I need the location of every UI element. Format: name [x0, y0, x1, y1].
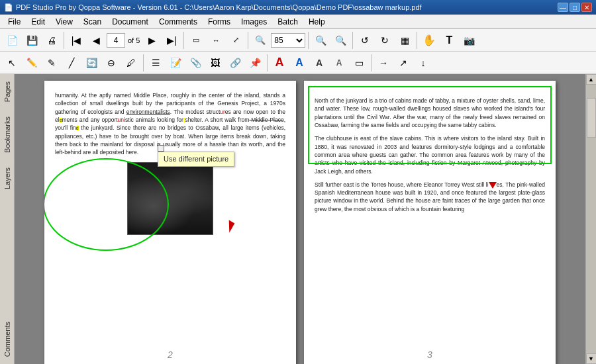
separator5 — [352, 32, 353, 49]
highlighted-text3: d — [76, 126, 79, 130]
page-right-para1: North of the junkyard is a trio of cabin… — [315, 97, 545, 129]
menubar: File Edit View Scan Document Comments Fo… — [0, 15, 596, 29]
separator6 — [417, 32, 417, 49]
scroll-thumb[interactable] — [587, 98, 596, 138]
scroll-down-button[interactable]: ▼ — [586, 353, 597, 364]
tooltip-box: Use different picture — [158, 152, 234, 167]
sidebar-tab-pages[interactable]: Pages — [1, 75, 14, 108]
menu-scan[interactable]: Scan — [78, 15, 107, 28]
first-page-button[interactable]: |◀ — [67, 31, 85, 50]
rotate-cw-button[interactable]: ↻ — [375, 31, 394, 50]
arrow-diag-btn[interactable]: ↗ — [394, 54, 413, 72]
sidebar-tab-bookmarks[interactable]: Bookmarks — [1, 111, 14, 159]
page-image — [127, 162, 213, 235]
app-icon: 📄 — [4, 3, 13, 12]
menu-batch[interactable]: Batch — [272, 15, 303, 28]
pencil-tool[interactable]: ✎ — [42, 54, 61, 72]
red-triangle-annotation — [489, 181, 497, 189]
image-container: Use different picture — [55, 162, 285, 235]
last-page-button[interactable]: ▶| — [162, 31, 181, 50]
actual-size-button[interactable]: ⤢ — [226, 31, 245, 50]
text-tool-button[interactable]: T — [440, 31, 458, 50]
search2-button[interactable]: 🔍 — [331, 31, 350, 50]
separator-t3 — [267, 54, 268, 71]
attachment-button[interactable]: 📎 — [186, 54, 205, 72]
highlighted-text2 — [183, 118, 185, 122]
sidebar-tab-layers[interactable]: Layers — [1, 161, 14, 195]
freehand-tool[interactable]: ✏️ — [23, 54, 41, 72]
menu-help[interactable]: Help — [303, 15, 330, 28]
scroll-track — [586, 85, 596, 353]
red-text-1: ur — [220, 109, 225, 115]
arrow-tool[interactable]: ↖ — [3, 54, 21, 72]
line-tool[interactable]: ╱ — [62, 54, 81, 72]
scroll-up-button[interactable]: ▲ — [586, 74, 597, 85]
text-color-a2[interactable]: A — [290, 54, 309, 72]
menu-document[interactable]: Document — [107, 15, 154, 28]
menu-images[interactable]: Images — [236, 15, 272, 28]
page-number-input[interactable] — [107, 33, 125, 48]
zoom-select[interactable]: 85 100 150 — [271, 33, 305, 48]
separator2 — [183, 32, 184, 49]
save-button[interactable]: 💾 — [23, 31, 41, 50]
zoom-out-button[interactable]: 🔍 — [251, 31, 270, 50]
titlebar: 📄 PDF Studio Pro by Qoppa Software - Ver… — [0, 0, 596, 15]
main-content: Pages Bookmarks Layers Comments humanity… — [0, 74, 596, 364]
new-button[interactable]: 📄 — [3, 31, 21, 50]
print-button[interactable]: 🖨 — [42, 31, 61, 50]
tooltip-text: Use different picture — [164, 155, 228, 163]
menu-forms[interactable]: Forms — [203, 15, 236, 28]
text-color-a4[interactable]: A — [330, 54, 348, 72]
pdf-page-right: North of the junkyard is a trio of cabin… — [304, 81, 556, 364]
fit-width-button[interactable]: ↔ — [207, 31, 225, 50]
note-button[interactable]: 📝 — [166, 54, 185, 72]
menu-edit[interactable]: Edit — [26, 15, 50, 28]
image-stamp-button[interactable]: 🖼 — [206, 54, 224, 72]
strikethrough-text: Middle Place — [249, 116, 283, 123]
separator4 — [308, 32, 309, 49]
link-button[interactable]: 🔗 — [226, 54, 244, 72]
menu-view[interactable]: View — [50, 15, 78, 28]
text-box-button[interactable]: ▭ — [350, 54, 368, 72]
text-align-button[interactable]: ☰ — [146, 54, 165, 72]
page-right-para2: The clubhouse is east of the slave cabin… — [315, 134, 545, 175]
menu-comments[interactable]: Comments — [154, 15, 203, 28]
page-num-left: 2 — [168, 348, 173, 361]
page-right-para3: Still further east is the Torres house, … — [315, 181, 545, 213]
minimize-button[interactable]: — — [558, 3, 568, 12]
red-arrow-annotation — [226, 221, 232, 232]
next-page-button[interactable]: ▶ — [142, 31, 161, 50]
snapshot-button[interactable]: 📷 — [460, 31, 478, 50]
rotate-ccw-button[interactable]: ↺ — [356, 31, 374, 50]
left-panel: Pages Bookmarks Layers Comments — [0, 74, 15, 364]
arrow-down-btn[interactable]: ↓ — [414, 54, 432, 72]
text-color-a3[interactable]: A — [310, 54, 328, 72]
eraser-tool[interactable]: ⊖ — [102, 54, 121, 72]
hand-tool-button[interactable]: ✋ — [420, 31, 438, 50]
search-button[interactable]: 🔍 — [311, 31, 330, 50]
separator — [64, 32, 64, 49]
titlebar-left: 📄 PDF Studio Pro by Qoppa Software - Ver… — [4, 3, 422, 12]
highlight-tool[interactable]: 🖊 — [122, 54, 140, 72]
image-content — [128, 163, 213, 234]
arrow-right-btn[interactable]: → — [374, 54, 393, 72]
scrollbar-vertical: ▲ ▼ — [585, 74, 596, 364]
page-right-body: North of the junkyard is a trio of cabin… — [312, 89, 548, 219]
scan-button[interactable]: ▦ — [395, 31, 414, 50]
maximize-button[interactable]: □ — [570, 3, 580, 12]
menu-file[interactable]: File — [3, 15, 26, 28]
close-button[interactable]: ✕ — [581, 3, 592, 12]
page-left-text: humanity. At the aptly named Middle Plac… — [55, 91, 285, 157]
fit-page-button[interactable]: ▭ — [187, 31, 205, 50]
pdf-view-area: humanity. At the aptly named Middle Plac… — [15, 74, 585, 364]
separator-t4 — [371, 54, 372, 71]
text-color-a1[interactable]: A — [270, 54, 289, 72]
clip-button[interactable]: 📌 — [246, 54, 264, 72]
page-num-right: 3 — [427, 348, 432, 361]
titlebar-controls: — □ ✕ — [558, 3, 592, 12]
separator3 — [248, 32, 248, 49]
pdf-page-left: humanity. At the aptly named Middle Plac… — [44, 81, 296, 364]
stamp-tool[interactable]: 🔄 — [82, 54, 101, 72]
prev-page-button[interactable]: ◀ — [87, 31, 105, 50]
sidebar-tab-comments[interactable]: Comments — [1, 316, 14, 363]
